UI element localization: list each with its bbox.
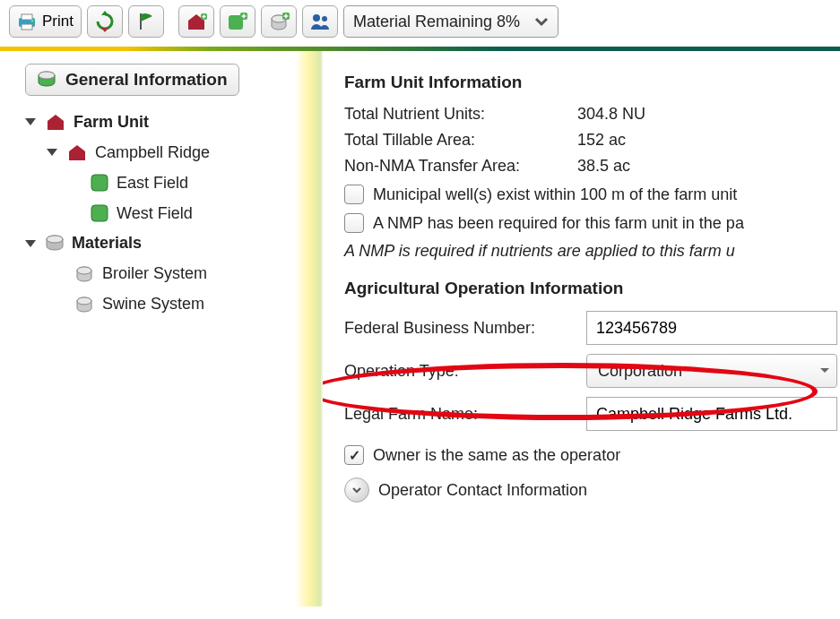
svg-point-10 xyxy=(313,14,320,21)
nmp-note: A NMP is required if nutrients are appli… xyxy=(344,242,840,261)
municipal-well-label: Municipal well(s) exist within 100 m of … xyxy=(373,185,737,204)
tree-node-east-field[interactable]: East Field xyxy=(25,168,312,198)
tree: Farm Unit Campbell Ridge East Field We xyxy=(25,107,312,319)
people-icon xyxy=(309,12,331,31)
cylinder-icon xyxy=(45,235,65,253)
tree-label: East Field xyxy=(117,174,188,193)
general-information-header[interactable]: General Information xyxy=(25,64,239,96)
farm-unit-info-title: Farm Unit Information xyxy=(344,73,840,92)
svg-rect-1 xyxy=(22,14,32,20)
storage-icon xyxy=(74,294,95,314)
total-nutrient-value: 304.8 NU xyxy=(577,105,645,124)
printer-icon xyxy=(17,13,37,30)
chevron-down-icon xyxy=(529,9,554,34)
caret-down-icon xyxy=(25,118,36,125)
material-remaining-dropdown[interactable]: Material Remaining 8% xyxy=(343,5,559,38)
operator-contact-expander[interactable]: Operator Contact Information xyxy=(344,477,840,503)
operation-type-label: Operation Type: xyxy=(344,362,586,381)
add-field-button[interactable] xyxy=(220,5,255,38)
total-nutrient-label: Total Nutrient Units: xyxy=(344,105,577,124)
storage-add-icon xyxy=(268,12,290,31)
tree-node-campbell-ridge[interactable]: Campbell Ridge xyxy=(25,137,312,168)
svg-point-3 xyxy=(31,20,34,22)
info-icon xyxy=(37,71,56,89)
barn-icon xyxy=(66,142,88,162)
nonnma-area-label: Non-NMA Transfer Area: xyxy=(344,157,577,176)
tree-label: West Field xyxy=(117,204,193,223)
sidebar: General Information Farm Unit Campbell R… xyxy=(0,51,323,606)
tree-label: Campbell Ridge xyxy=(95,143,210,162)
tree-label: Swine System xyxy=(102,295,204,314)
tree-node-materials[interactable]: Materials xyxy=(25,228,312,258)
tillable-area-label: Total Tillable Area: xyxy=(344,131,577,150)
refresh-icon xyxy=(94,11,116,32)
svg-rect-2 xyxy=(22,24,32,30)
svg-point-19 xyxy=(77,297,91,305)
svg-point-13 xyxy=(39,72,55,79)
tree-label: Broiler System xyxy=(102,264,207,283)
operation-type-value: Corporation xyxy=(598,362,682,381)
tree-label: Farm Unit xyxy=(74,113,149,132)
tree-node-broiler-system[interactable]: Broiler System xyxy=(25,258,312,288)
refresh-button[interactable] xyxy=(87,5,123,38)
barn-icon xyxy=(45,112,66,132)
storage-icon xyxy=(74,263,95,283)
municipal-well-checkbox[interactable] xyxy=(344,185,364,204)
caret-down-icon xyxy=(47,149,57,156)
tillable-area-value: 152 ac xyxy=(577,131,626,150)
operator-contact-label: Operator Contact Information xyxy=(378,481,587,500)
legal-farm-name-label: Legal Farm Name: xyxy=(344,405,586,424)
nonnma-area-value: 38.5 ac xyxy=(577,157,630,176)
tree-label: Materials xyxy=(72,234,142,253)
svg-point-11 xyxy=(322,16,327,21)
main-panel: Farm Unit Information Total Nutrient Uni… xyxy=(323,51,840,606)
general-information-label: General Information xyxy=(65,70,228,90)
field-add-icon xyxy=(227,12,248,31)
field-icon xyxy=(90,203,109,223)
svg-point-18 xyxy=(77,267,91,274)
svg-rect-15 xyxy=(91,205,108,221)
flag-button[interactable] xyxy=(128,5,164,38)
people-button[interactable] xyxy=(302,5,338,38)
flag-icon xyxy=(136,12,156,31)
tree-node-farm-unit[interactable]: Farm Unit xyxy=(25,107,312,137)
nmp-required-label: A NMP has been required for this farm un… xyxy=(373,214,744,233)
chevron-down-icon xyxy=(818,365,831,377)
add-storage-button[interactable] xyxy=(261,5,297,38)
expand-down-icon xyxy=(344,477,369,503)
tree-node-west-field[interactable]: West Field xyxy=(25,198,312,228)
nmp-required-checkbox[interactable] xyxy=(344,213,364,233)
legal-farm-name-input[interactable] xyxy=(586,397,837,431)
tree-node-swine-system[interactable]: Swine System xyxy=(25,288,312,319)
material-remaining-label: Material Remaining 8% xyxy=(353,13,520,31)
fbn-input[interactable] xyxy=(586,311,837,345)
owner-same-label: Owner is the same as the operator xyxy=(373,446,620,465)
ag-op-info-title: Agricultural Operation Information xyxy=(344,279,840,298)
print-button[interactable]: Print xyxy=(9,5,82,38)
add-barn-button[interactable] xyxy=(178,5,214,38)
toolbar: Print Material Remaining 8% xyxy=(0,0,840,43)
svg-point-17 xyxy=(47,236,63,243)
field-icon xyxy=(90,173,109,193)
caret-down-icon xyxy=(25,240,36,247)
print-label: Print xyxy=(42,13,74,30)
svg-rect-14 xyxy=(91,175,108,191)
operation-type-select[interactable]: Corporation xyxy=(586,354,837,388)
owner-same-checkbox[interactable] xyxy=(344,445,364,465)
fbn-label: Federal Business Number: xyxy=(344,319,586,338)
barn-add-icon xyxy=(186,12,207,31)
